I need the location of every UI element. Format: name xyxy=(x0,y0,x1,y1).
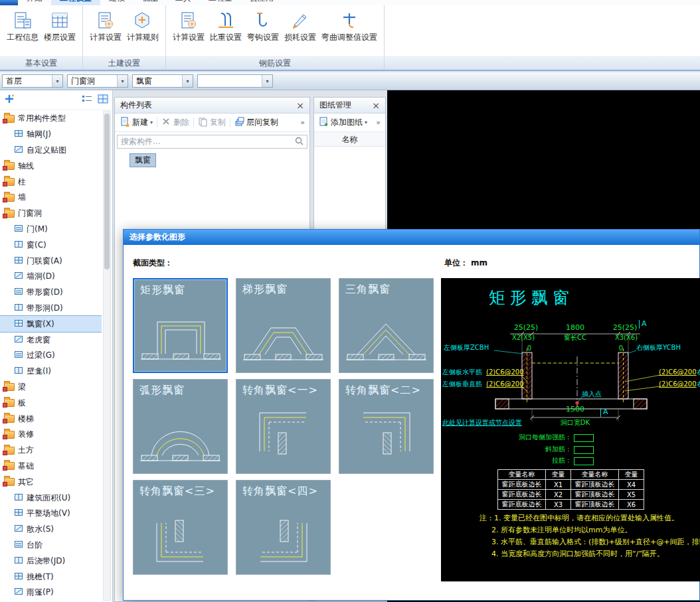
close-icon[interactable]: × xyxy=(296,101,304,110)
grid-view-icon[interactable] xyxy=(98,94,108,106)
chevron-down-icon[interactable]: ▾ xyxy=(150,119,153,125)
new-doc-icon xyxy=(120,117,130,129)
card-triangle-bay-window[interactable]: 三角飘窗 xyxy=(339,278,434,373)
tree-item-common-component-types[interactable]: 常用构件类型 xyxy=(0,111,102,127)
left-horizontal-rebar-label: 左侧板水平筋 xyxy=(442,368,482,376)
tree-item-foundation[interactable]: 基础 xyxy=(0,459,102,475)
tree-item-post-cast-strip[interactable]: 后浇带(JD) xyxy=(0,553,102,569)
card-trapezoid-bay-window[interactable]: 梯形飘窗 xyxy=(236,278,331,373)
ribbon-tab-2[interactable]: 工程设置 xyxy=(51,0,100,5)
tree-item-stairs[interactable]: 楼梯 xyxy=(0,411,102,427)
rebar-calc-settings-button[interactable]: 计算设置 xyxy=(170,9,207,45)
calc-settings-button[interactable]: 计算设置 xyxy=(87,9,124,45)
project-info-icon xyxy=(13,11,33,31)
card-corner-bay-window-2[interactable]: 转角飘窗<二> xyxy=(339,379,434,474)
rebar-spec-link[interactable]: (2)C6@200 xyxy=(486,368,524,376)
loss-settings-button[interactable]: 损耗设置 xyxy=(282,9,319,45)
tree-item-door[interactable]: 门(M) xyxy=(0,222,102,238)
tree-item-others[interactable]: 其它 xyxy=(0,474,102,490)
new-button[interactable]: 新建▾ xyxy=(118,115,155,131)
ribbon-tab-6[interactable]: 工程量 xyxy=(200,0,241,5)
sidebar-scrollbar[interactable] xyxy=(103,111,111,601)
ribbon-tab-7[interactable]: 云应用 xyxy=(241,0,282,5)
bay-window-icon xyxy=(14,319,23,330)
chevron-down-icon[interactable]: ▾ xyxy=(117,75,128,87)
dim-right: 25(25) xyxy=(613,324,638,333)
context-toolbar: 首层▾门窗洞▾飘窗▾▾ xyxy=(0,72,700,90)
right-thickness-label: 右侧板厚YCBH xyxy=(636,344,681,352)
card-corner-bay-window-3[interactable]: 转角飘窗<三> xyxy=(133,480,228,575)
tree-item-steps[interactable]: 台阶 xyxy=(0,538,102,554)
ratio-settings-button[interactable]: 比重设置 xyxy=(207,9,244,45)
tree-item-apron[interactable]: 散水(S) xyxy=(0,522,102,538)
toolbar-overflow-button[interactable]: » xyxy=(374,118,383,127)
tree-item-earthwork[interactable]: 土方 xyxy=(0,443,102,459)
ribbon-tab-3[interactable]: 建模 xyxy=(100,0,133,5)
project-info-button[interactable]: 工程信息 xyxy=(4,9,41,45)
tree-item-bay-window[interactable]: 飘窗(X) xyxy=(0,316,102,332)
tree-item-strip-hole[interactable]: 带形洞(D) xyxy=(0,301,102,317)
hook-settings-button[interactable]: 弯钩设置 xyxy=(244,9,282,45)
tree-item-canopy[interactable]: 雨篷(P) xyxy=(0,585,102,601)
tree-item-decoration[interactable]: 装修 xyxy=(0,427,102,443)
rebar-spec-link[interactable]: (2)C6@200 xyxy=(659,368,697,376)
add-drawing-button[interactable]: 添加图纸 ▾ xyxy=(317,115,370,130)
floor-settings-button[interactable]: 楼层设置 xyxy=(41,9,78,45)
card-corner-bay-window-1[interactable]: 转角飘窗<一> xyxy=(236,379,331,474)
element-combo[interactable]: 飘窗▾ xyxy=(132,74,193,88)
tree-item-niche[interactable]: 壁龛(I) xyxy=(0,364,102,380)
search-input[interactable]: 搜索构件... xyxy=(117,135,307,149)
tree-item-dormer-window[interactable]: 老虎窗 xyxy=(0,332,102,348)
floor-combo[interactable]: 首层▾ xyxy=(2,74,63,88)
tree-item-axis-grid[interactable]: 轴网(J) xyxy=(0,127,102,143)
chevron-down-icon[interactable]: ▾ xyxy=(262,75,272,87)
dim-1500: 1500 xyxy=(566,406,584,414)
scrollbar-thumb[interactable] xyxy=(104,113,110,269)
bend-adjust-settings-button[interactable]: 弯曲调整值设置 xyxy=(319,9,380,45)
calc-settings-note[interactable]: 此处见计算设置或节点设置 xyxy=(442,419,522,427)
interlayer-copy-button[interactable]: 层间复制 xyxy=(232,115,281,131)
toolbar-overflow-button[interactable]: » xyxy=(298,118,307,127)
extra-combo[interactable]: ▾ xyxy=(197,74,273,88)
app-menu-button[interactable] xyxy=(0,0,18,5)
list-item-1[interactable]: 飘窗 xyxy=(130,153,156,167)
tree-item-custom-texture[interactable]: 自定义贴图 xyxy=(0,143,102,159)
reinforce-input-box[interactable] xyxy=(574,434,594,442)
tree-item-door-window-hole[interactable]: 门窗洞 xyxy=(0,206,102,222)
tree-item-site-leveling[interactable]: 平整场地(V) xyxy=(0,506,102,522)
rebar-spec-link[interactable]: (2)C6@200 xyxy=(486,380,524,388)
tree-item-beam[interactable]: 梁 xyxy=(0,380,102,396)
search-icon[interactable] xyxy=(295,137,304,147)
tree-item-door-linked-window[interactable]: 门联窗(A) xyxy=(0,253,102,269)
tree-item-axis-line[interactable]: 轴线 xyxy=(0,158,102,174)
diagonal-input-box[interactable] xyxy=(574,446,594,454)
tree-item-strip-window[interactable]: 带形窗(D) xyxy=(0,285,102,301)
ribbon-tab-5[interactable]: 工具 xyxy=(167,0,200,5)
rebar-spec-link[interactable]: (2)C6@200 xyxy=(659,380,697,388)
category-combo[interactable]: 门窗洞▾ xyxy=(67,74,128,88)
dialog-titlebar[interactable]: 选择参数化图形 xyxy=(124,230,699,245)
copy-button[interactable]: 复制 xyxy=(195,115,228,131)
add-component-icon[interactable] xyxy=(4,94,15,106)
chevron-down-icon[interactable]: ▾ xyxy=(52,75,62,87)
tree-item-window[interactable]: 窗(C) xyxy=(0,237,102,253)
card-corner-bay-window-4[interactable]: 转角飘窗<四> xyxy=(236,480,331,575)
tie-input-box[interactable] xyxy=(574,457,594,465)
list-view-icon[interactable] xyxy=(82,94,92,106)
tree-item-wall[interactable]: 墙 xyxy=(0,190,102,206)
tree-item-wall-hole[interactable]: 墙洞(D) xyxy=(0,269,102,285)
tie-rebar-label: 拉筋： xyxy=(552,457,572,465)
tree-item-lintel[interactable]: 过梁(G) xyxy=(0,348,102,364)
tree-item-column[interactable]: 柱 xyxy=(0,174,102,190)
tree-item-eave-overhang[interactable]: 挑檐(T) xyxy=(0,569,102,585)
ribbon-tab-1[interactable]: 开始 xyxy=(18,0,51,5)
close-icon[interactable]: × xyxy=(372,101,380,110)
tree-item-building-area[interactable]: 建筑面积(U) xyxy=(0,490,102,506)
card-rect-bay-window[interactable]: 矩形飘窗 xyxy=(133,278,228,373)
tree-item-slab[interactable]: 板 xyxy=(0,395,102,411)
ribbon-tab-4[interactable]: 视图 xyxy=(133,0,167,5)
calc-rules-button[interactable]: 计算规则 xyxy=(124,9,161,45)
chevron-down-icon[interactable]: ▾ xyxy=(182,75,193,87)
card-arc-bay-window[interactable]: 弧形飘窗 xyxy=(133,379,228,474)
delete-button[interactable]: 删除 xyxy=(159,115,192,131)
